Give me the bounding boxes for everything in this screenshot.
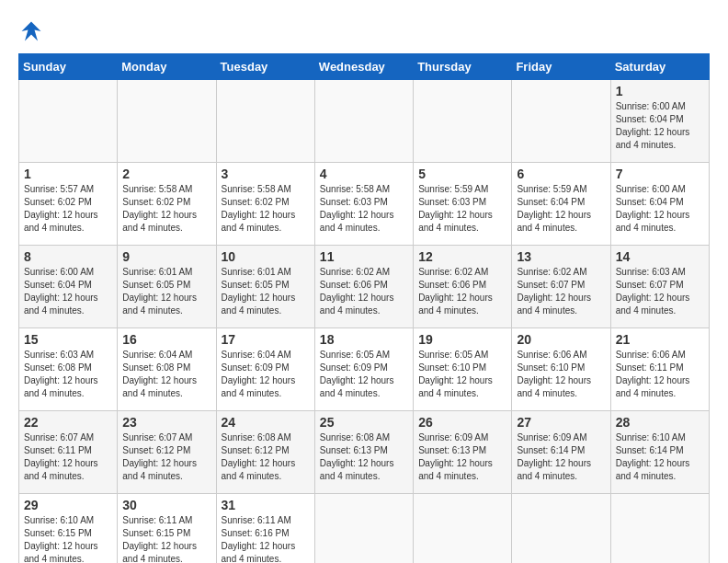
logo-icon [18,18,44,44]
day-number: 2 [122,167,210,181]
week-row-1: 1Sunrise: 6:00 AMSunset: 6:04 PMDaylight… [19,80,710,163]
calendar-cell: 28Sunrise: 6:10 AMSunset: 6:14 PMDayligh… [610,411,709,494]
day-info: Sunrise: 6:04 AMSunset: 6:08 PMDaylight:… [122,349,210,400]
calendar-cell: 14Sunrise: 6:03 AMSunset: 6:07 PMDayligh… [610,246,709,328]
day-number: 1 [24,167,112,181]
day-info: Sunrise: 6:01 AMSunset: 6:05 PMDaylight:… [122,266,210,317]
day-number: 15 [24,332,112,347]
day-info: Sunrise: 5:58 AMSunset: 6:02 PMDaylight:… [122,183,210,235]
calendar-cell: 22Sunrise: 6:07 AMSunset: 6:11 PMDayligh… [19,411,118,494]
calendar-cell: 27Sunrise: 6:09 AMSunset: 6:14 PMDayligh… [512,411,610,494]
day-number: 16 [122,332,210,347]
header-cell-saturday: Saturday [610,54,709,80]
calendar-cell: 30Sunrise: 6:11 AMSunset: 6:15 PMDayligh… [118,494,216,564]
day-info: Sunrise: 6:10 AMSunset: 6:15 PMDaylight:… [24,514,112,563]
day-info: Sunrise: 6:09 AMSunset: 6:13 PMDaylight:… [418,431,506,483]
calendar-cell: 8Sunrise: 6:00 AMSunset: 6:04 PMDaylight… [19,246,118,328]
day-number: 1 [616,84,704,98]
day-number: 22 [24,415,112,430]
day-info: Sunrise: 6:07 AMSunset: 6:11 PMDaylight:… [24,431,112,483]
day-info: Sunrise: 6:01 AMSunset: 6:05 PMDaylight:… [222,266,310,317]
calendar-cell: 15Sunrise: 6:03 AMSunset: 6:08 PMDayligh… [19,328,118,411]
day-number: 12 [418,249,506,264]
calendar-cell: 16Sunrise: 6:04 AMSunset: 6:08 PMDayligh… [118,328,216,411]
calendar-cell: 23Sunrise: 6:07 AMSunset: 6:12 PMDayligh… [118,411,216,494]
svg-marker-0 [22,22,41,41]
day-number: 28 [616,415,704,430]
week-row-6: 29Sunrise: 6:10 AMSunset: 6:15 PMDayligh… [19,494,710,564]
calendar-header: SundayMondayTuesdayWednesdayThursdayFrid… [19,54,710,80]
day-number: 8 [24,249,112,264]
calendar-cell: 29Sunrise: 6:10 AMSunset: 6:15 PMDayligh… [19,494,118,564]
day-number: 4 [320,167,408,181]
calendar-cell: 2Sunrise: 5:58 AMSunset: 6:02 PMDaylight… [118,163,216,246]
day-number: 11 [320,249,408,264]
calendar-cell [512,80,610,163]
day-info: Sunrise: 6:00 AMSunset: 6:04 PMDaylight:… [616,183,704,235]
day-number: 20 [517,332,605,347]
calendar-cell [414,494,512,564]
day-info: Sunrise: 6:00 AMSunset: 6:04 PMDaylight:… [616,100,704,152]
logo [18,18,48,44]
day-number: 17 [222,332,310,347]
calendar-cell [414,80,512,163]
header-cell-tuesday: Tuesday [216,54,314,80]
day-number: 18 [320,332,408,347]
calendar-table: SundayMondayTuesdayWednesdayThursdayFrid… [18,53,710,563]
day-number: 19 [418,332,506,347]
day-number: 14 [616,249,704,264]
day-info: Sunrise: 5:58 AMSunset: 6:03 PMDaylight:… [320,183,408,235]
calendar-cell: 18Sunrise: 6:05 AMSunset: 6:09 PMDayligh… [314,328,413,411]
day-number: 31 [222,498,310,512]
day-info: Sunrise: 6:02 AMSunset: 6:06 PMDaylight:… [418,266,506,317]
header-cell-wednesday: Wednesday [314,54,413,80]
week-row-4: 15Sunrise: 6:03 AMSunset: 6:08 PMDayligh… [19,328,710,411]
day-info: Sunrise: 6:03 AMSunset: 6:07 PMDaylight:… [616,266,704,317]
day-number: 3 [222,167,310,181]
calendar-cell: 10Sunrise: 6:01 AMSunset: 6:05 PMDayligh… [216,246,314,328]
calendar-cell: 13Sunrise: 6:02 AMSunset: 6:07 PMDayligh… [512,246,610,328]
day-number: 29 [24,498,112,512]
header-cell-monday: Monday [118,54,216,80]
header-cell-thursday: Thursday [414,54,512,80]
calendar-cell [118,80,216,163]
day-info: Sunrise: 5:58 AMSunset: 6:02 PMDaylight:… [222,183,310,235]
calendar-cell [610,494,709,564]
day-info: Sunrise: 6:08 AMSunset: 6:12 PMDaylight:… [222,431,310,483]
calendar-cell [216,80,314,163]
calendar-cell: 21Sunrise: 6:06 AMSunset: 6:11 PMDayligh… [610,328,709,411]
calendar-cell: 20Sunrise: 6:06 AMSunset: 6:10 PMDayligh… [512,328,610,411]
calendar-cell [19,80,118,163]
calendar-cell: 17Sunrise: 6:04 AMSunset: 6:09 PMDayligh… [216,328,314,411]
calendar-cell: 24Sunrise: 6:08 AMSunset: 6:12 PMDayligh… [216,411,314,494]
calendar-cell: 26Sunrise: 6:09 AMSunset: 6:13 PMDayligh… [414,411,512,494]
day-info: Sunrise: 6:10 AMSunset: 6:14 PMDaylight:… [616,431,704,483]
day-number: 10 [222,249,310,264]
day-info: Sunrise: 6:08 AMSunset: 6:13 PMDaylight:… [320,431,408,483]
calendar-cell: 11Sunrise: 6:02 AMSunset: 6:06 PMDayligh… [314,246,413,328]
day-number: 30 [122,498,210,512]
calendar-cell: 25Sunrise: 6:08 AMSunset: 6:13 PMDayligh… [314,411,413,494]
header-row: SundayMondayTuesdayWednesdayThursdayFrid… [19,54,710,80]
day-info: Sunrise: 5:59 AMSunset: 6:04 PMDaylight:… [517,183,605,235]
day-number: 6 [517,167,605,181]
calendar-body: 1Sunrise: 6:00 AMSunset: 6:04 PMDaylight… [19,80,710,564]
day-info: Sunrise: 6:11 AMSunset: 6:16 PMDaylight:… [222,514,310,563]
day-info: Sunrise: 6:09 AMSunset: 6:14 PMDaylight:… [517,431,605,483]
page-header [18,18,710,44]
day-info: Sunrise: 5:57 AMSunset: 6:02 PMDaylight:… [24,183,112,235]
header-cell-friday: Friday [512,54,610,80]
week-row-3: 8Sunrise: 6:00 AMSunset: 6:04 PMDaylight… [19,246,710,328]
calendar-cell: 5Sunrise: 5:59 AMSunset: 6:03 PMDaylight… [414,163,512,246]
day-info: Sunrise: 6:03 AMSunset: 6:08 PMDaylight:… [24,349,112,400]
calendar-cell: 12Sunrise: 6:02 AMSunset: 6:06 PMDayligh… [414,246,512,328]
calendar-cell [512,494,610,564]
day-info: Sunrise: 6:06 AMSunset: 6:11 PMDaylight:… [616,349,704,400]
day-info: Sunrise: 5:59 AMSunset: 6:03 PMDaylight:… [418,183,506,235]
calendar-cell: 9Sunrise: 6:01 AMSunset: 6:05 PMDaylight… [118,246,216,328]
day-number: 13 [517,249,605,264]
day-number: 7 [616,167,704,181]
day-number: 26 [418,415,506,430]
calendar-cell [314,80,413,163]
calendar-cell: 1Sunrise: 6:00 AMSunset: 6:04 PMDaylight… [610,80,709,163]
